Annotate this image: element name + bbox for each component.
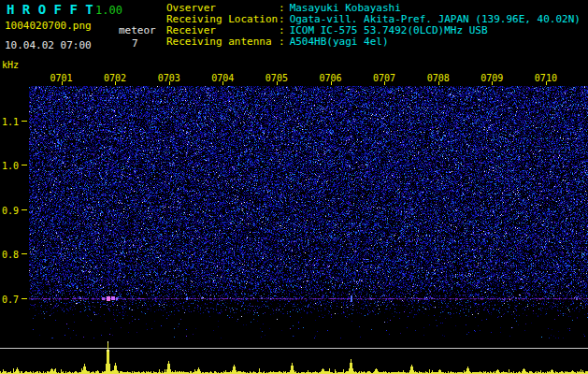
- y-tick-label: 0.7: [2, 295, 19, 305]
- x-tick-mark: [492, 81, 493, 85]
- y-tick-label: 1.1: [2, 117, 19, 127]
- x-tick-label: 0708: [424, 73, 452, 83]
- x-tick-label: 0702: [101, 73, 129, 83]
- x-tick-mark: [331, 81, 332, 85]
- y-tick-label: 0.9: [2, 206, 19, 216]
- hrofft-screen: H R O F F T 1.00 1004020700.png meteor 1…: [0, 0, 588, 374]
- app-version: 1.00: [95, 4, 122, 17]
- y-tick-mark: [22, 253, 27, 254]
- x-tick-label: 0703: [155, 73, 183, 83]
- mode-label: meteor: [119, 24, 156, 36]
- y-tick-mark: [22, 209, 27, 210]
- x-tick-mark: [115, 81, 116, 85]
- spectrogram-canvas: [29, 86, 588, 338]
- header-info: Ovserver:Masayuki KobayashiReceiving Loc…: [166, 3, 588, 48]
- x-tick-mark: [169, 81, 170, 85]
- y-tick-mark: [22, 121, 27, 122]
- header-info-row: Receiving antenna:A504HB(yagi 4el): [166, 36, 588, 48]
- y-axis-unit-label: kHz: [2, 60, 19, 70]
- x-tick-mark: [62, 81, 63, 85]
- x-tick-label: 0701: [48, 73, 76, 83]
- info-label: Receiving antenna: [166, 36, 279, 48]
- x-tick-label: 0710: [532, 73, 560, 83]
- y-tick-label: 0.8: [2, 250, 19, 260]
- x-tick-mark: [438, 81, 439, 85]
- header-left: H R O F F T 1.00 1004020700.png meteor 1…: [0, 0, 165, 58]
- info-value: A504HB(yagi 4el): [290, 36, 389, 48]
- x-tick-label: 0704: [208, 73, 237, 83]
- info-colon: :: [279, 36, 285, 48]
- output-filename: 1004020700.png: [5, 20, 92, 32]
- y-tick-mark: [22, 298, 27, 299]
- y-tick-label: 1.0: [2, 161, 19, 171]
- y-tick-mark: [22, 165, 27, 165]
- x-tick-mark: [546, 81, 547, 85]
- timestamp: 10.04.02 07:00: [5, 39, 92, 51]
- x-tick-label: 0709: [478, 73, 506, 83]
- x-tick-mark: [277, 81, 278, 85]
- app-title: H R O F F T: [7, 2, 93, 17]
- x-tick-label: 0706: [317, 73, 345, 83]
- x-tick-label: 0705: [263, 73, 291, 83]
- x-tick-mark: [384, 81, 385, 85]
- x-tick-label: 0707: [370, 73, 398, 83]
- x-tick-mark: [222, 81, 223, 85]
- meteor-count: 7: [132, 37, 138, 50]
- amplitude-trace-canvas: [0, 338, 588, 374]
